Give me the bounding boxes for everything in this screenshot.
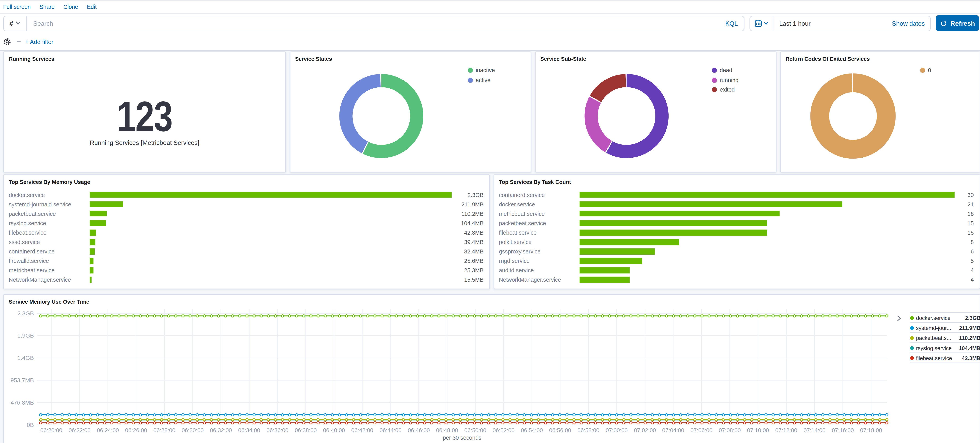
bar-label: auditd.service [499, 267, 579, 273]
bar-track [579, 239, 955, 245]
bar-row-metricbeat.service: metricbeat.service16 [499, 209, 974, 218]
timeseries-legend-item-rsyslog.service[interactable]: rsyslog.service104.4MB [910, 343, 980, 353]
x-axis-label: per 30 seconds [443, 434, 481, 441]
refresh-button[interactable]: Refresh [936, 15, 979, 31]
chevron-right-icon[interactable] [897, 315, 901, 321]
bar[interactable] [579, 258, 642, 264]
timeseries-legend-item-filebeat.service[interactable]: filebeat.service42.3MB [910, 353, 980, 363]
bar-row-packetbeat.service: packetbeat.service110.2MB [9, 209, 484, 218]
memory-over-time-line-chart[interactable]: 2.3GB1.9GB1.4GB953.7MB476.8MB0B06:20:000… [4, 295, 980, 443]
timeseries-legend-item-packetbeat.s...[interactable]: packetbeat.s...110.2MB [910, 333, 980, 343]
bar-value: 16 [955, 210, 974, 217]
bar-label: systemd-journald.service [9, 201, 89, 207]
panel-return-codes: Return Codes Of Exited Services 0 [780, 51, 980, 172]
panel-title: Service Memory Use Over Time [4, 295, 979, 304]
timeseries-legend-item-docker.service[interactable]: docker.service2.3GB [910, 312, 980, 323]
legend-label: 0 [928, 67, 931, 73]
legend-label: running [720, 77, 738, 83]
bar[interactable] [89, 277, 92, 283]
bar[interactable] [579, 192, 955, 198]
service-states-legend: inactiveactive [468, 65, 495, 85]
nav-link-edit[interactable]: Edit [87, 4, 97, 10]
legend-item-active[interactable]: active [468, 75, 495, 85]
bar[interactable] [579, 220, 767, 226]
legend-series-name: systemd-jour... [916, 325, 951, 331]
bar-row-containerd.service: containerd.service32.4MB [9, 247, 484, 256]
time-range-label[interactable]: Last 1 hour [773, 20, 892, 27]
x-axis-tick: 06:30:00 [182, 427, 204, 433]
x-axis-tick: 07:18:00 [860, 427, 882, 433]
bar-label: rngd.service [499, 258, 579, 264]
query-language-button[interactable]: KQL [725, 20, 744, 27]
bar-value: 25.6MB [452, 258, 484, 264]
bar-row-NetworkManager.service: NetworkManager.service15.5MB [9, 275, 484, 284]
legend-item-inactive[interactable]: inactive [468, 65, 495, 75]
bar[interactable] [89, 249, 94, 255]
bar[interactable] [579, 229, 767, 236]
legend-item-running[interactable]: running [711, 75, 738, 85]
service-states-donut-chart[interactable] [337, 72, 425, 160]
service-sub-state-donut-chart[interactable] [583, 72, 670, 160]
bar[interactable] [89, 211, 107, 217]
bar[interactable] [579, 268, 630, 273]
legend-series-name: filebeat.service [916, 355, 952, 361]
panel-title: Top Services By Task Count [494, 175, 979, 185]
nav-link-full-screen[interactable]: Full screen [3, 4, 31, 10]
legend-item-0[interactable]: 0 [920, 65, 931, 75]
bar[interactable] [89, 229, 96, 236]
bar-label: NetworkManager.service [499, 277, 579, 283]
legend-item-exited[interactable]: exited [711, 85, 738, 95]
bar[interactable] [89, 201, 123, 207]
date-quick-select-button[interactable] [750, 16, 773, 30]
legend-dot [910, 346, 913, 350]
bar-track [89, 192, 452, 198]
bar-label: filebeat.service [9, 229, 89, 236]
return-codes-donut-chart[interactable] [809, 72, 897, 160]
bar[interactable] [579, 249, 655, 255]
panel-running-services: Running Services 123 Running Services [M… [3, 51, 286, 172]
field-selector-button[interactable]: # [4, 16, 27, 30]
x-axis-tick: 06:22:00 [68, 427, 91, 433]
bar-track [89, 258, 452, 264]
x-axis-tick: 06:48:00 [436, 427, 458, 433]
legend-dot [468, 68, 473, 73]
bar[interactable] [579, 211, 780, 217]
gear-icon[interactable] [3, 38, 11, 46]
add-filter-button[interactable]: + Add filter [25, 38, 54, 45]
x-axis-tick: 06:36:00 [266, 427, 288, 433]
timeseries-legend-item-systemd-jour...[interactable]: systemd-jour...211.9MB [910, 322, 980, 333]
y-axis-tick: 476.8MB [11, 399, 34, 405]
kibana-dashboard: Full screen Share Clone Edit # KQL [0, 0, 980, 443]
bar-row-auditd.service: auditd.service4 [499, 266, 974, 275]
bar-track [89, 211, 452, 217]
chevron-down-icon [16, 21, 21, 25]
bar[interactable] [89, 239, 95, 245]
bar[interactable] [89, 192, 451, 198]
hash-label: # [10, 19, 13, 27]
bar[interactable] [579, 277, 630, 283]
x-axis-tick: 06:28:00 [153, 427, 175, 433]
search-input[interactable] [27, 20, 725, 27]
panel-title: Running Services [4, 52, 285, 62]
legend-item-dead[interactable]: dead [711, 65, 738, 75]
metric-label: Running Services [Metricbeat Services] [4, 139, 285, 146]
bar-track [579, 220, 955, 226]
bar[interactable] [89, 258, 94, 264]
show-dates-button[interactable]: Show dates [892, 20, 931, 27]
x-axis-tick: 06:26:00 [125, 427, 147, 433]
bar[interactable] [579, 239, 679, 245]
bar[interactable] [89, 220, 106, 226]
nav-link-share[interactable]: Share [40, 4, 55, 10]
bar[interactable] [579, 201, 842, 207]
donut-slice-0[interactable] [819, 83, 886, 149]
x-axis-tick: 06:52:00 [493, 427, 514, 433]
legend-dot [910, 336, 913, 340]
nav-link-clone[interactable]: Clone [63, 4, 78, 10]
service-sub-state-legend: deadrunningexited [711, 65, 738, 95]
bar-value: 39.4MB [452, 239, 484, 245]
legend-dot [711, 78, 717, 83]
bar-row-docker.service: docker.service2.3GB [9, 190, 484, 199]
x-axis-tick: 06:44:00 [379, 427, 401, 433]
bar[interactable] [89, 268, 93, 273]
bar-label: polkit.service [499, 239, 579, 245]
